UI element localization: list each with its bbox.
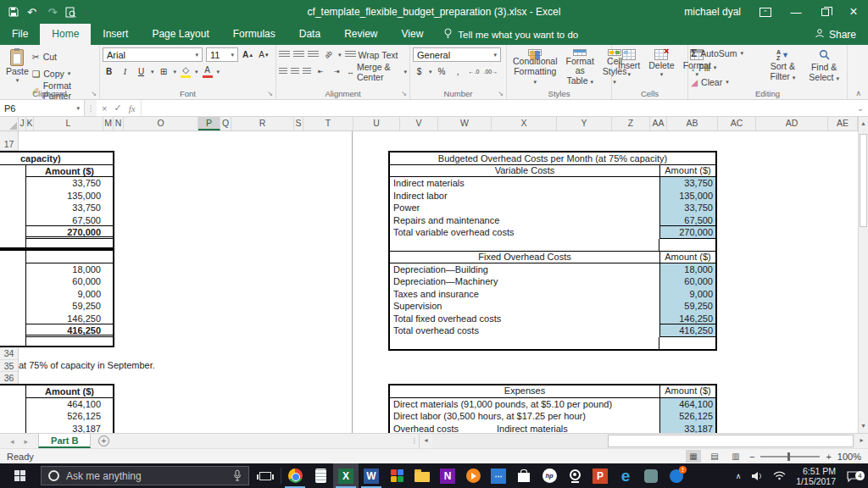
column-header[interactable]: X — [492, 117, 557, 130]
minimize-button[interactable]: — — [782, 0, 810, 24]
bold-button[interactable]: B — [103, 65, 115, 78]
wrap-text-button[interactable]: Wrap Text — [345, 47, 398, 62]
align-left-icon[interactable] — [279, 68, 287, 75]
font-name-combo[interactable]: Arial▾ — [103, 47, 203, 62]
italic-button[interactable]: I — [119, 65, 131, 78]
customize-quick-access-icon[interactable]: ▾ — [85, 9, 88, 15]
normal-view-icon[interactable]: ▦ — [686, 450, 701, 463]
amount-cell[interactable]: 464,100 — [26, 398, 113, 411]
grow-font-button[interactable]: A▲ — [242, 48, 254, 61]
table-row[interactable]: Indirect labor 135,000 — [390, 190, 715, 202]
insert-function-icon[interactable]: fx — [129, 103, 136, 114]
decrease-indent-icon[interactable]: ⇤ — [314, 65, 327, 78]
collapse-ribbon-icon[interactable]: ∧ — [855, 89, 861, 97]
next-sheet-icon[interactable]: ▸ — [25, 437, 29, 446]
task-view-button[interactable] — [251, 463, 280, 488]
scroll-right-icon[interactable]: ▸ — [855, 434, 868, 448]
merge-center-button[interactable]: ↔Merge & Center▾ — [347, 64, 407, 79]
user-name[interactable]: michael dyal — [684, 6, 741, 18]
tab-split-handle[interactable]: ⁞ — [409, 434, 419, 448]
font-dialog-launcher[interactable]: ↘ — [267, 90, 273, 97]
zoom-out-icon[interactable]: − — [749, 452, 754, 462]
undo-icon[interactable]: ↶▾ — [27, 7, 39, 18]
volume-icon[interactable] — [746, 471, 768, 481]
amount-cell[interactable]: 33,750 — [26, 177, 113, 190]
clear-button[interactable]: ◢Clear▾ — [691, 76, 762, 88]
vertical-scroll-thumb[interactable] — [860, 134, 867, 227]
underline-button[interactable]: U — [135, 65, 147, 78]
decrease-decimal-icon[interactable]: .00→ — [484, 65, 498, 78]
alignment-dialog-launcher[interactable]: ↘ — [401, 90, 407, 97]
percent-icon[interactable]: % — [436, 65, 448, 78]
amount-cell[interactable]: 270,000 — [26, 226, 113, 239]
ribbon-tab[interactable]: Page Layout — [140, 24, 220, 45]
column-header[interactable]: P — [198, 117, 220, 130]
fill-color-icon[interactable]: ◇ — [180, 65, 192, 78]
amount-cell[interactable]: 526,125 — [26, 410, 113, 423]
column-header[interactable]: AE — [828, 117, 858, 130]
scroll-down-icon[interactable]: ▼ — [859, 419, 868, 433]
table-row[interactable]: Direct materials (91,000 pounds, at $5.1… — [390, 398, 715, 411]
hidden-icons-chevron[interactable]: ∧ — [731, 472, 747, 480]
column-header[interactable]: W — [438, 117, 492, 130]
find-select-button[interactable]: Find & Select ▾ — [804, 47, 844, 88]
column-header[interactable]: U — [353, 117, 400, 130]
share-button[interactable]: Share — [815, 24, 868, 45]
orientation-icon[interactable]: ab — [320, 46, 337, 64]
amount-cell[interactable]: 67,500 — [26, 214, 113, 227]
row-header[interactable]: 36 — [0, 372, 18, 385]
table-row[interactable]: Indirect materials 33,750 — [390, 177, 715, 190]
taskbar-onenote[interactable]: N — [435, 463, 460, 488]
taskbar-edge[interactable]: e — [613, 463, 638, 488]
ribbon-tab[interactable]: File — [0, 24, 40, 45]
horizontal-scroll-thumb[interactable] — [608, 435, 854, 447]
taskbar-clock[interactable]: 6:51 PM 1/15/2017 — [791, 466, 841, 486]
amount-cell[interactable]: 416,250 — [26, 324, 113, 337]
table-row[interactable]: Overhead costsIndirect materials 33,187 — [390, 423, 715, 434]
taskbar-powerpoint[interactable]: P — [587, 463, 613, 488]
page-layout-view-icon[interactable]: ▤ — [707, 450, 722, 463]
align-middle-icon[interactable] — [293, 51, 304, 58]
conditional-formatting-button[interactable]: Conditional Formatting ▾ — [509, 47, 561, 88]
delete-cells-button[interactable]: Delete▾ — [645, 47, 677, 88]
zoom-level[interactable]: 100% — [837, 452, 861, 462]
amount-cell[interactable]: 9,000 — [26, 288, 113, 301]
amount-cell[interactable]: 146,250 — [26, 313, 113, 325]
amount-cell[interactable]: 33,750 — [26, 202, 113, 214]
column-header[interactable]: R — [231, 117, 294, 130]
amount-cell[interactable]: 59,250 — [26, 300, 113, 313]
taskbar-blue-app[interactable]: ⋯ — [486, 463, 511, 488]
redo-icon[interactable]: ↷ — [47, 7, 57, 18]
column-header[interactable]: AB — [667, 117, 718, 130]
font-size-combo[interactable]: 11▾ — [206, 47, 238, 62]
ribbon-tab[interactable]: Insert — [91, 24, 140, 45]
table-row[interactable]: Depreciation—Machinery 60,000 — [390, 275, 715, 288]
cancel-entry-icon[interactable]: × — [102, 103, 107, 114]
ribbon-tab[interactable]: Review — [332, 24, 389, 45]
amount-cell[interactable]: 33,187 — [26, 423, 113, 434]
table-row[interactable]: Taxes and insurance 9,000 — [390, 288, 715, 301]
action-center-button[interactable]: 4 — [841, 470, 868, 482]
column-header[interactable]: J — [19, 117, 26, 130]
ribbon-display-options-icon[interactable]: ⌃ — [753, 0, 782, 24]
column-header[interactable]: L — [34, 117, 103, 130]
comma-icon[interactable]: , — [452, 65, 465, 78]
sheet-grid[interactable]: 1718192021222324252627282930313233343536… — [0, 131, 858, 433]
formula-input[interactable] — [142, 100, 853, 116]
autosum-button[interactable]: ΣAutoSum▾ — [691, 47, 762, 59]
taskbar-notifier-app[interactable] — [664, 463, 689, 488]
cortana-search[interactable]: Ask me anything — [41, 466, 249, 485]
zoom-in-icon[interactable]: + — [826, 452, 831, 462]
zoom-slider[interactable] — [760, 456, 820, 458]
shrink-font-button[interactable]: A▼ — [258, 48, 270, 61]
column-header[interactable]: AA — [650, 117, 667, 130]
taskbar-hp[interactable]: hp — [537, 463, 562, 488]
name-box[interactable]: P6▾ — [0, 100, 85, 116]
amount-cell[interactable]: 60,000 — [26, 275, 113, 288]
clipboard-dialog-launcher[interactable]: ↘ — [91, 90, 97, 97]
copy-button[interactable]: ❏Copy ▾ — [32, 66, 97, 80]
taskbar-puzzle-app[interactable] — [384, 463, 409, 488]
page-break-view-icon[interactable]: ▥ — [728, 450, 743, 463]
horizontal-scrollbar[interactable]: ◂ ▸ — [419, 434, 868, 448]
ribbon-tab[interactable]: Formulas — [221, 24, 287, 45]
